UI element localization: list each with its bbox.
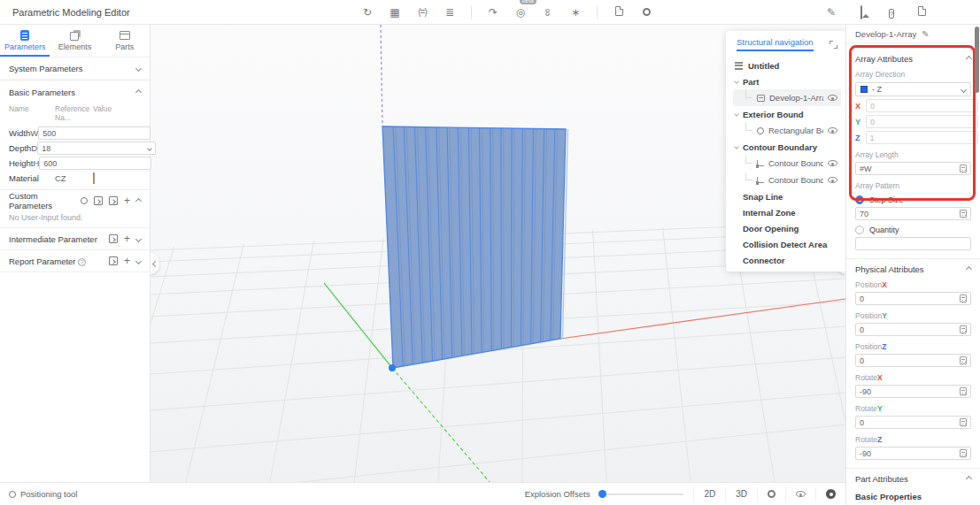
tree-item-develop-1-array[interactable]: Develop-1-Array	[733, 89, 841, 106]
tab-parameters[interactable]: Parameters	[0, 25, 50, 57]
position-y-input[interactable]	[860, 325, 957, 334]
direction-x-input[interactable]	[870, 102, 974, 111]
depth-select[interactable]	[37, 142, 156, 155]
rotate-y-input[interactable]	[860, 418, 957, 427]
explosion-offsets-slider[interactable]	[598, 494, 683, 495]
import-icon[interactable]	[94, 196, 103, 205]
tree-group-door-opening[interactable]: Door Opening	[733, 220, 841, 236]
tree-group-contour-boundary[interactable]: Contour Boundary	[733, 139, 841, 155]
calculator-icon[interactable]	[960, 210, 967, 218]
tree-group-custom-structure[interactable]: Custom structure	[733, 268, 841, 272]
target-beta-icon[interactable]: ◎ beta	[514, 0, 527, 25]
right-attributes-panel: Develop-1-Array ✎ Array Attributes Array…	[845, 25, 980, 505]
position-z-input[interactable]	[860, 356, 957, 365]
view-settings-button[interactable]	[757, 487, 785, 501]
rename-pencil-icon[interactable]: ✎	[922, 29, 929, 39]
step-size-input[interactable]	[860, 210, 957, 218]
direction-y-input[interactable]	[870, 118, 974, 126]
calculator-icon[interactable]	[960, 325, 967, 333]
help-icon[interactable]: ?	[885, 0, 898, 25]
param-name: Depth	[9, 143, 31, 153]
tab-elements[interactable]: Elements	[50, 25, 99, 57]
right-panel-scrollbar[interactable]	[975, 27, 979, 93]
intermediate-parameter-section[interactable]: Intermediate Parameter +	[0, 228, 150, 249]
expand-panel-icon[interactable]	[830, 41, 837, 49]
rotate-z-input[interactable]	[860, 449, 957, 458]
axis-x-label: X	[855, 102, 860, 111]
visibility-eye-icon[interactable]	[828, 95, 837, 101]
add-parameter-icon[interactable]: +	[124, 234, 130, 243]
node-graph-icon[interactable]: ∗	[569, 0, 582, 25]
tree-item-contour-boundary-2[interactable]: Contour Boundary-2	[733, 172, 841, 188]
quantity-radio-row[interactable]: Quantity	[855, 226, 971, 234]
document-icon[interactable]	[915, 0, 928, 25]
tree-item-contour-boundary-1[interactable]: Contour Boundary-1	[733, 155, 841, 172]
structural-navigation-panel: Structural navigation Untitled Part Deve…	[726, 31, 846, 272]
system-parameters-section[interactable]: System Parameters	[0, 57, 150, 79]
grid-icon[interactable]: ▦	[389, 0, 401, 25]
view-2d-button[interactable]: 2D	[693, 487, 725, 501]
calculator-icon[interactable]	[960, 165, 967, 172]
report-parameter-section[interactable]: Report Parameter ? +	[0, 250, 150, 272]
calculator-icon[interactable]	[960, 387, 967, 395]
custom-parameters-section[interactable]: Custom Parameters +	[0, 190, 150, 211]
tree-root-untitled[interactable]: Untitled	[733, 57, 841, 73]
quantity-input[interactable]	[860, 240, 967, 249]
step-size-radio-row[interactable]: Step Size	[855, 195, 971, 204]
import-icon[interactable]	[109, 234, 118, 243]
tab-parts[interactable]: Parts	[100, 25, 150, 57]
edit-pencil-icon[interactable]: ✎	[825, 0, 837, 25]
calculator-icon[interactable]	[960, 356, 967, 364]
tree-group-snap-line[interactable]: Snap Line	[733, 188, 841, 204]
dimension-icon[interactable]: (=)	[416, 0, 428, 25]
link-icon[interactable]: ∞	[536, 6, 560, 19]
position-x-input[interactable]	[860, 295, 957, 303]
view-3d-button[interactable]: 3D	[725, 487, 757, 501]
new-file-icon[interactable]	[613, 0, 625, 25]
material-swatch[interactable]	[93, 172, 95, 184]
array-length-input[interactable]	[860, 165, 957, 173]
sync-icon[interactable]: ↻	[361, 0, 374, 25]
list-icon[interactable]: ≣	[444, 0, 456, 25]
part-attributes-section[interactable]: Part Attributes	[855, 474, 971, 484]
basic-parameters-section[interactable]: Basic Parameters	[0, 81, 150, 103]
visibility-eye-icon[interactable]	[828, 127, 837, 134]
tree-group-connector[interactable]: Connector	[733, 252, 841, 268]
render-mode-button[interactable]	[815, 487, 845, 501]
direction-z-input[interactable]	[870, 134, 974, 142]
quantity-radio[interactable]	[855, 226, 864, 234]
gear-icon[interactable]	[81, 197, 88, 204]
structural-navigation-title[interactable]: Structural navigation	[737, 37, 814, 51]
array-direction-select[interactable]: - Z	[855, 82, 971, 96]
slider-knob[interactable]	[598, 490, 606, 498]
add-parameter-icon[interactable]: +	[124, 196, 130, 205]
tree-group-exterior-bound[interactable]: Exterior Bound	[733, 106, 841, 122]
tree-group-collision-detect-area[interactable]: Collision Detect Area	[733, 236, 841, 252]
import-icon[interactable]	[109, 256, 118, 265]
height-input[interactable]	[43, 159, 147, 168]
export-icon[interactable]	[109, 196, 118, 205]
doc-glyph	[615, 6, 623, 16]
calculator-icon[interactable]	[960, 449, 967, 457]
step-size-radio[interactable]	[855, 195, 864, 204]
calculator-icon[interactable]	[960, 295, 967, 302]
rotate-icon[interactable]: ↷	[487, 0, 499, 25]
export-icon[interactable]	[640, 0, 652, 25]
tree-group-part[interactable]: Part	[733, 73, 841, 89]
add-parameter-icon[interactable]: +	[124, 256, 130, 265]
array-attributes-section[interactable]: Array Attributes	[855, 54, 971, 64]
image-icon[interactable]	[855, 0, 868, 25]
calculator-icon[interactable]	[960, 418, 967, 426]
tree-group-internal-zone[interactable]: Internal Zone	[733, 204, 841, 220]
rotate-x-input[interactable]	[860, 387, 957, 396]
quantity-label: Quantity	[869, 226, 899, 234]
visibility-eye-icon[interactable]	[828, 177, 837, 183]
width-input[interactable]	[42, 129, 146, 138]
visibility-button[interactable]	[785, 487, 815, 501]
visibility-eye-icon[interactable]	[828, 160, 837, 166]
physical-attributes-section[interactable]: Physical Attributes	[855, 264, 971, 274]
depth-value[interactable]	[42, 144, 145, 153]
tree-item-rectangular-bound[interactable]: Rectangular Bound	[733, 122, 841, 139]
parameters-doc-icon	[20, 30, 29, 41]
positioning-tool-button[interactable]: Positioning tool	[9, 489, 77, 499]
